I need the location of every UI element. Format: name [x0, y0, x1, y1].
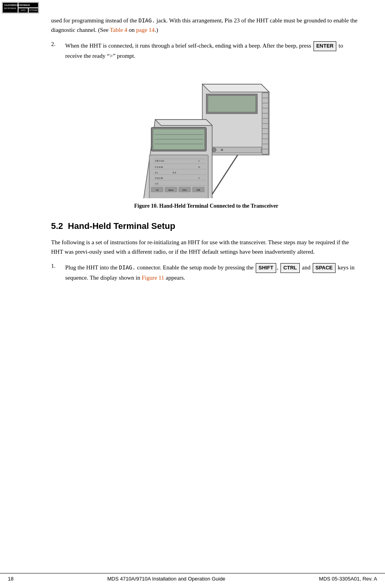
svg-text:K L: K L [155, 171, 158, 174]
svg-text:SYSTEMS: SYSTEMS [29, 9, 38, 11]
numbered-item-2: 2. When the HHT is connected, it runs th… [51, 41, 361, 61]
space-key: SPACE [313, 263, 336, 273]
svg-text:Enter: Enter [183, 189, 187, 191]
page-footer: 18 MDS 4710A/9710A Installation and Oper… [0, 573, 385, 584]
figure-10-container: A B C D E J F G H M O K L R S P Q V W Y … [51, 72, 361, 209]
figure-10-caption: Figure 10. Hand-Held Terminal Connected … [134, 203, 278, 209]
svg-point-28 [221, 149, 223, 151]
page-link[interactable]: page 14 [136, 27, 155, 33]
numbered-item-1: 1. Plug the HHT into the DIAG. connector… [51, 263, 361, 282]
svg-text:Ctrl: Ctrl [156, 189, 159, 191]
svg-text:DATA: DATA [21, 9, 25, 11]
svg-point-27 [212, 148, 216, 152]
svg-text:P Q V W: P Q V W [155, 177, 163, 179]
svg-text:Space: Space [169, 189, 174, 191]
section-5-2-heading: 5.2 Hand-Held Terminal Setup [51, 221, 361, 231]
svg-text:R S: R S [173, 171, 176, 174]
item-2-text: When the HHT is connected, it runs throu… [65, 41, 361, 61]
intro-paragraph: used for programming instead of the DIAG… [51, 16, 361, 35]
footer-title: MDS 4710A/9710A Installation and Operati… [107, 576, 226, 582]
svg-text:F G H M: F G H M [155, 166, 163, 168]
main-content: used for programming instead of the DIAG… [51, 0, 361, 282]
svg-text:U  Z: U Z [155, 182, 158, 185]
table-link[interactable]: Table 4 [110, 27, 127, 33]
svg-text:Shift: Shift [196, 189, 200, 191]
hht-illustration: A B C D E J F G H M O K L R S P Q V W Y … [136, 72, 277, 198]
item-number-1: 1. [51, 263, 60, 282]
svg-marker-30 [155, 120, 212, 125]
footer-revision: MDS 05-3305A01, Rev. A [319, 576, 377, 582]
company-logo: CALIFORNIA MICROWAVE MICROWAVE DATA SYST… [2, 2, 39, 13]
svg-text:MICROWAVE: MICROWAVE [16, 4, 30, 6]
section-number: 5.2 [51, 221, 63, 231]
section-title: Hand-Held Terminal Setup [68, 221, 175, 231]
svg-text:MICROWAVE: MICROWAVE [4, 7, 16, 9]
logo-area: CALIFORNIA MICROWAVE MICROWAVE DATA SYST… [2, 2, 39, 15]
svg-marker-11 [202, 84, 269, 92]
svg-rect-25 [208, 96, 256, 112]
svg-text:CALIFORNIA: CALIFORNIA [4, 4, 16, 6]
section-5-2-intro: The following is a set of instructions f… [51, 238, 361, 256]
item-1-text: Plug the HHT into the DIAG. connector. E… [65, 263, 361, 282]
svg-line-60 [212, 155, 238, 194]
shift-key: SHIFT [256, 263, 276, 273]
item-number-2: 2. [51, 41, 60, 61]
enter-key: ENTER [314, 41, 336, 51]
svg-text:A B C D E: A B C D E [155, 160, 164, 162]
svg-text:O: O [198, 166, 200, 168]
ctrl-key: CTRL [280, 263, 300, 273]
footer-page-number: 18 [8, 576, 13, 582]
figure-11-link[interactable]: Figure 11 [142, 275, 164, 281]
